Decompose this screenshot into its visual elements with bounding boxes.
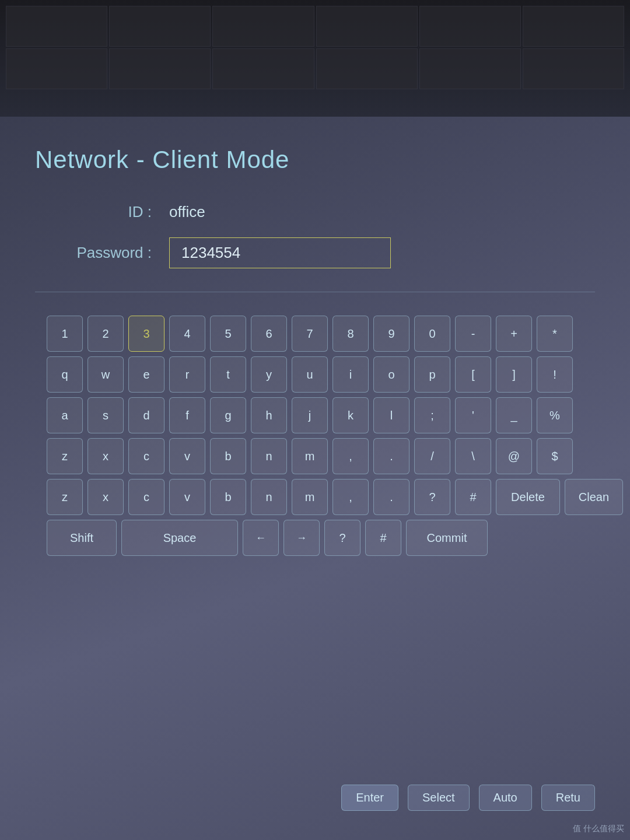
space-button[interactable]: Space — [121, 520, 238, 556]
key-z[interactable]: z — [47, 438, 83, 474]
auto-button[interactable]: Auto — [479, 785, 532, 811]
key-question[interactable]: ? — [414, 479, 450, 515]
form-section: ID : office Password : 1234554 — [35, 203, 595, 268]
key-e[interactable]: e — [128, 356, 164, 393]
key-i[interactable]: i — [332, 356, 369, 393]
key-s[interactable]: s — [88, 397, 124, 433]
key-o[interactable]: o — [373, 356, 410, 393]
select-button[interactable]: Select — [408, 785, 470, 811]
key-period2[interactable]: . — [373, 479, 410, 515]
key-period[interactable]: . — [373, 438, 410, 474]
key-hash2[interactable]: # — [365, 520, 401, 556]
key-m[interactable]: m — [292, 438, 328, 474]
keyboard-row-z: z x c v b n m , . / \ @ $ — [47, 438, 573, 474]
key-x2[interactable]: x — [88, 479, 124, 515]
key-v[interactable]: v — [169, 438, 205, 474]
key-question2[interactable]: ? — [324, 520, 360, 556]
ceiling-tile — [419, 6, 521, 47]
key-l[interactable]: l — [373, 397, 410, 433]
commit-button[interactable]: Commit — [406, 520, 488, 556]
password-input[interactable]: 1234554 — [169, 237, 391, 268]
key-z2[interactable]: z — [47, 479, 83, 515]
key-a[interactable]: a — [47, 397, 83, 433]
key-f[interactable]: f — [169, 397, 205, 433]
id-label: ID : — [35, 203, 152, 221]
key-7[interactable]: 7 — [292, 316, 328, 352]
key-minus[interactable]: - — [455, 316, 491, 352]
key-k[interactable]: k — [332, 397, 369, 433]
key-percent[interactable]: % — [537, 397, 573, 433]
key-1[interactable]: 1 — [47, 316, 83, 352]
keyboard-row-q: q w e r t y u i o p [ ] ! — [47, 356, 573, 393]
ceiling-tile — [6, 48, 107, 89]
key-j[interactable]: j — [292, 397, 328, 433]
ceiling-tile — [523, 6, 624, 47]
key-quote[interactable]: ' — [455, 397, 491, 433]
delete-button[interactable]: Delete — [496, 479, 560, 515]
id-row: ID : office — [35, 203, 595, 221]
ceiling-tile — [109, 48, 211, 89]
page-title: Network - Client Mode — [35, 146, 595, 174]
key-rbracket[interactable]: ] — [496, 356, 532, 393]
key-comma[interactable]: , — [332, 438, 369, 474]
key-underscore[interactable]: _ — [496, 397, 532, 433]
key-d[interactable]: d — [128, 397, 164, 433]
keyboard-row-numbers: 1 2 3 4 5 6 7 8 9 0 - + * — [47, 316, 573, 352]
key-5[interactable]: 5 — [210, 316, 246, 352]
key-comma2[interactable]: , — [332, 479, 369, 515]
arrow-left-icon: ← — [256, 532, 266, 544]
key-2[interactable]: 2 — [88, 316, 124, 352]
key-at[interactable]: @ — [496, 438, 532, 474]
ceiling-tile — [523, 48, 624, 89]
key-t[interactable]: t — [210, 356, 246, 393]
key-4[interactable]: 4 — [169, 316, 205, 352]
key-b[interactable]: b — [210, 438, 246, 474]
key-p[interactable]: p — [414, 356, 450, 393]
key-0[interactable]: 0 — [414, 316, 450, 352]
shift-button[interactable]: Shift — [47, 520, 117, 556]
key-8[interactable]: 8 — [332, 316, 369, 352]
key-lbracket[interactable]: [ — [455, 356, 491, 393]
key-h[interactable]: h — [251, 397, 287, 433]
key-dollar[interactable]: $ — [537, 438, 573, 474]
clean-button[interactable]: Clean — [565, 479, 623, 515]
key-n[interactable]: n — [251, 438, 287, 474]
keyboard-row-a: a s d f g h j k l ; ' _ % — [47, 397, 573, 433]
keyboard-row-special: z x c v b n m , . ? # Delete Clean — [47, 479, 623, 515]
key-semicolon[interactable]: ; — [414, 397, 450, 433]
key-asterisk[interactable]: * — [537, 316, 573, 352]
key-3[interactable]: 3 — [128, 316, 164, 352]
key-6[interactable]: 6 — [251, 316, 287, 352]
key-backslash[interactable]: \ — [455, 438, 491, 474]
key-y[interactable]: y — [251, 356, 287, 393]
key-c2[interactable]: c — [128, 479, 164, 515]
key-v2[interactable]: v — [169, 479, 205, 515]
key-r[interactable]: r — [169, 356, 205, 393]
key-m2[interactable]: m — [292, 479, 328, 515]
key-n2[interactable]: n — [251, 479, 287, 515]
ceiling-tile — [212, 6, 314, 47]
return-button[interactable]: Retu — [541, 785, 595, 811]
key-b2[interactable]: b — [210, 479, 246, 515]
screen-area: Network - Client Mode ID : office Passwo… — [0, 117, 630, 840]
key-q[interactable]: q — [47, 356, 83, 393]
ceiling-tile — [419, 48, 521, 89]
key-c[interactable]: c — [128, 438, 164, 474]
arrow-right-button[interactable]: → — [284, 520, 320, 556]
arrow-left-button[interactable]: ← — [243, 520, 279, 556]
ceiling-tile — [6, 6, 107, 47]
key-exclaim[interactable]: ! — [537, 356, 573, 393]
password-label: Password : — [35, 244, 152, 262]
ceiling-tile — [212, 48, 314, 89]
ceiling-tile — [109, 6, 211, 47]
key-slash[interactable]: / — [414, 438, 450, 474]
key-w[interactable]: w — [88, 356, 124, 393]
key-x[interactable]: x — [88, 438, 124, 474]
key-hash[interactable]: # — [455, 479, 491, 515]
enter-button[interactable]: Enter — [341, 785, 398, 811]
key-plus[interactable]: + — [496, 316, 532, 352]
key-g[interactable]: g — [210, 397, 246, 433]
ceiling-area — [0, 0, 630, 128]
key-9[interactable]: 9 — [373, 316, 410, 352]
key-u[interactable]: u — [292, 356, 328, 393]
